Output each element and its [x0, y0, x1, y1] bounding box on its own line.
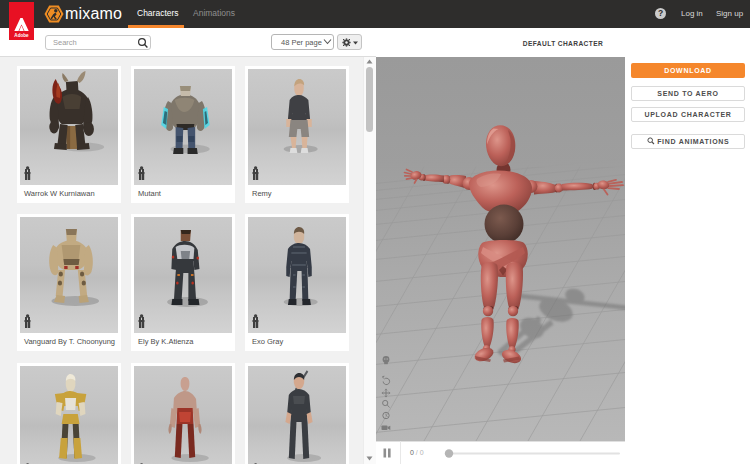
- svg-text:Adobe: Adobe: [14, 33, 29, 38]
